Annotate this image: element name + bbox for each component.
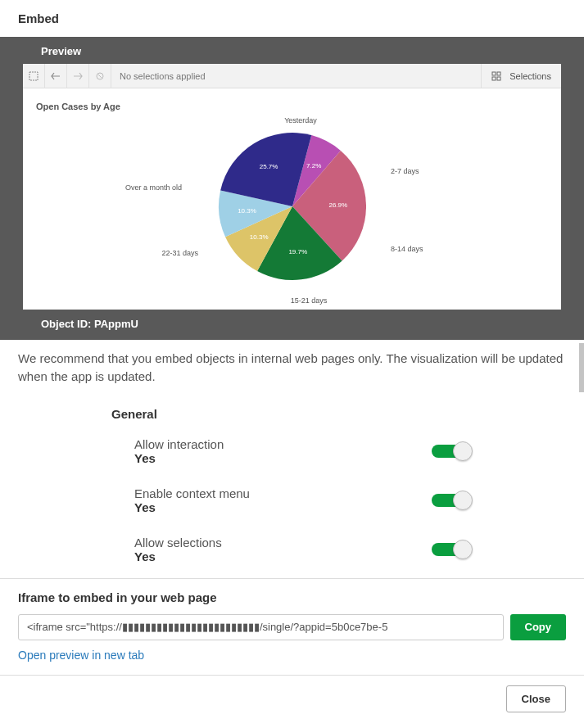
svg-rect-3	[497, 72, 500, 75]
pie-category-label: Yesterday	[284, 116, 317, 124]
option-enable-context-menu: Enable context menu Yes	[18, 486, 566, 514]
grid-icon	[491, 71, 501, 81]
no-selections-text: No selections applied	[111, 71, 481, 81]
option-value: Yes	[134, 451, 432, 465]
toggle-enable-context-menu[interactable]	[432, 494, 468, 507]
pie-category-label: 15-21 days	[290, 296, 327, 305]
pie-pct-label: 26.9%	[328, 201, 347, 209]
option-label: Allow interaction	[134, 437, 432, 451]
selections-button[interactable]: Selections	[481, 64, 561, 88]
svg-rect-2	[492, 72, 496, 75]
chart-area: Open Cases by Age 7.2%Yesterday26.9%2-7 …	[23, 88, 561, 310]
step-forward-icon[interactable]	[67, 64, 89, 88]
close-button[interactable]: Close	[506, 685, 566, 712]
option-value: Yes	[134, 549, 432, 563]
pie-category-label: 2-7 days	[391, 167, 419, 175]
object-id-label: Object ID: PAppmU	[23, 310, 561, 330]
pie-category-label: 22-31 days	[161, 249, 198, 257]
dialog-footer: Close	[0, 675, 584, 722]
iframe-code-input[interactable]	[18, 614, 504, 640]
open-preview-link[interactable]: Open preview in new tab	[18, 649, 144, 662]
section-general-heading: General	[18, 407, 566, 421]
iframe-heading: Iframe to embed in your web page	[18, 590, 566, 604]
pie-category-label: 8-14 days	[391, 245, 423, 253]
svg-rect-5	[497, 77, 500, 80]
settings-body: We recommend that you embed objects in i…	[0, 340, 584, 578]
embed-description: We recommend that you embed objects in i…	[18, 350, 566, 386]
selections-label: Selections	[509, 71, 551, 81]
selections-toolbar: No selections applied Selections	[23, 64, 561, 88]
pie-pct-label: 19.7%	[288, 248, 307, 255]
step-back-icon[interactable]	[45, 64, 67, 88]
option-value: Yes	[134, 500, 432, 514]
preview-label: Preview	[23, 37, 561, 64]
selection-tool-icon[interactable]	[23, 64, 45, 88]
copy-button[interactable]: Copy	[510, 614, 567, 640]
toggle-allow-selections[interactable]	[432, 543, 468, 556]
toggle-allow-interaction[interactable]	[432, 445, 468, 458]
svg-rect-4	[492, 77, 496, 80]
clear-selections-icon[interactable]	[89, 64, 111, 88]
pie-pct-label: 7.2%	[306, 162, 321, 170]
svg-rect-0	[29, 72, 38, 80]
iframe-section: Iframe to embed in your web page Copy Op…	[0, 578, 584, 675]
option-label: Allow selections	[134, 536, 432, 549]
pie-category-label: Over a month old	[124, 183, 181, 192]
pie-pct-label: 25.7%	[259, 163, 278, 170]
option-allow-selections: Allow selections Yes	[18, 536, 566, 563]
preview-panel: Preview No selections applied Selections…	[0, 37, 584, 340]
pie-chart[interactable]: 7.2%Yesterday26.9%2-7 days19.7%8-14 days…	[47, 116, 538, 305]
dialog-title: Embed	[0, 0, 584, 37]
pie-pct-label: 10.3%	[238, 207, 256, 215]
option-allow-interaction: Allow interaction Yes	[18, 437, 566, 465]
preview-box: No selections applied Selections Open Ca…	[23, 64, 561, 310]
chart-title: Open Cases by Age	[31, 102, 553, 116]
option-label: Enable context menu	[134, 486, 432, 500]
pie-pct-label: 10.3%	[249, 233, 268, 241]
